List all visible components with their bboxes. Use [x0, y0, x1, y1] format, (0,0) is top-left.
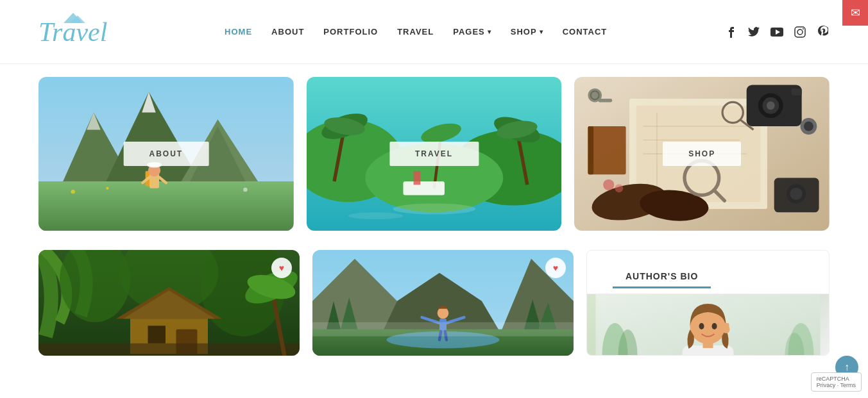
- svg-point-63: [790, 188, 803, 200]
- logo[interactable]: Travel: [38, 17, 107, 47]
- svg-point-13: [71, 190, 75, 194]
- blog-cards: ♥: [38, 250, 574, 356]
- blog-card-hut[interactable]: ♥: [38, 250, 300, 356]
- hero-card-about[interactable]: ABOUT: [38, 77, 294, 231]
- chevron-down-icon: ▾: [540, 28, 543, 35]
- svg-point-67: [804, 121, 813, 131]
- chat-icon: ✉: [851, 6, 860, 20]
- author-bio-widget: AUTHOR'S BIO: [586, 250, 830, 356]
- hut-scene: [38, 250, 300, 356]
- pinterest-icon[interactable]: [817, 26, 830, 38]
- author-scene: [587, 294, 829, 355]
- svg-rect-37: [413, 171, 420, 185]
- chevron-down-icon: ▾: [488, 28, 491, 35]
- hero-card-shop[interactable]: SHOP: [574, 77, 830, 231]
- bottom-section: ♥: [38, 250, 830, 356]
- blog-card-valley[interactable]: ♥: [312, 250, 574, 356]
- header: Travel HOME ABOUT PORTFOLIO TRAVEL PAGES…: [0, 0, 868, 64]
- svg-rect-59: [588, 126, 626, 174]
- svg-point-5: [797, 29, 803, 35]
- svg-point-14: [106, 187, 108, 190]
- chat-button[interactable]: ✉: [842, 0, 868, 26]
- nav-contact[interactable]: CONTACT: [563, 27, 608, 37]
- author-bio-title: AUTHOR'S BIO: [613, 261, 711, 288]
- author-photo: [587, 294, 829, 355]
- youtube-icon[interactable]: [770, 26, 783, 38]
- nav-about[interactable]: ABOUT: [271, 27, 304, 37]
- svg-rect-77: [148, 326, 165, 343]
- main-content: ABOUT: [0, 64, 868, 369]
- sidebar: AUTHOR'S BIO: [586, 250, 830, 356]
- svg-point-68: [603, 179, 614, 190]
- heart-icon: ♥: [553, 263, 558, 273]
- svg-rect-111: [724, 323, 729, 333]
- nav-home[interactable]: HOME: [225, 27, 252, 37]
- svg-point-39: [348, 212, 403, 219]
- social-icons: [724, 26, 830, 38]
- hero-card-about-label: ABOUT: [123, 142, 208, 166]
- hero-card-travel[interactable]: TRAVEL: [307, 77, 562, 231]
- svg-point-94: [438, 308, 449, 319]
- svg-rect-12: [38, 181, 294, 231]
- hero-card-travel-label: TRAVEL: [389, 142, 479, 166]
- svg-point-38: [393, 203, 475, 214]
- valley-scene: [312, 250, 574, 356]
- arrow-up-icon: ↑: [844, 361, 849, 369]
- svg-rect-99: [312, 322, 574, 336]
- facebook-icon[interactable]: [724, 26, 737, 38]
- nav-pages[interactable]: PAGES ▾: [453, 27, 491, 37]
- heart-button-valley[interactable]: ♥: [545, 258, 566, 278]
- svg-point-109: [711, 323, 717, 329]
- svg-point-15: [243, 188, 247, 192]
- logo-text: Travel: [38, 17, 107, 47]
- hero-cards-row: ABOUT: [38, 77, 830, 231]
- svg-point-69: [615, 184, 624, 192]
- heart-icon: ♥: [279, 263, 284, 273]
- main-nav: HOME ABOUT PORTFOLIO TRAVEL PAGES ▾ SHOP…: [225, 27, 607, 37]
- nav-shop[interactable]: SHOP ▾: [511, 27, 543, 37]
- svg-point-6: [803, 28, 804, 29]
- heart-button-hut[interactable]: ♥: [271, 258, 292, 278]
- svg-rect-36: [403, 181, 444, 195]
- svg-rect-79: [38, 344, 300, 356]
- svg-point-108: [699, 323, 704, 329]
- twitter-icon[interactable]: [747, 26, 760, 38]
- svg-rect-60: [588, 126, 594, 174]
- nav-portfolio[interactable]: PORTFOLIO: [323, 27, 378, 37]
- svg-rect-51: [792, 88, 802, 95]
- hero-card-shop-label: SHOP: [663, 142, 741, 166]
- instagram-icon[interactable]: [794, 26, 806, 38]
- nav-travel[interactable]: TRAVEL: [397, 27, 434, 37]
- svg-point-50: [767, 101, 775, 110]
- svg-rect-58: [599, 99, 612, 102]
